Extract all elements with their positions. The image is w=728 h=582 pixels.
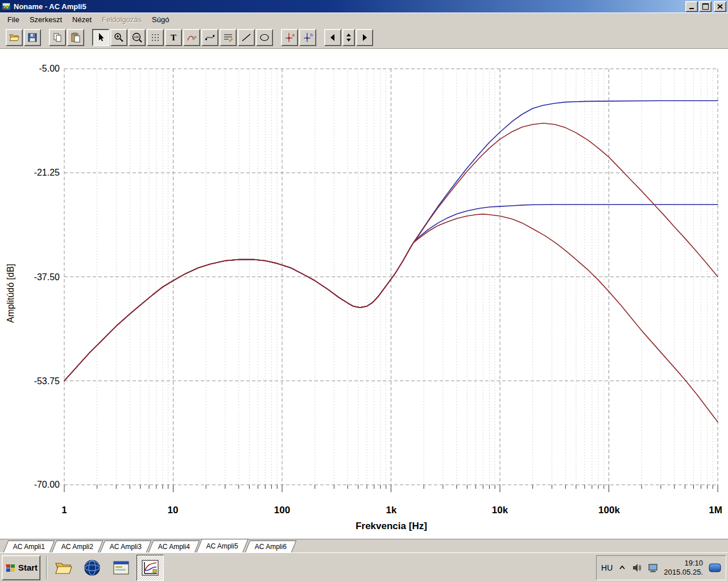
x-tick-label: 10 (168, 505, 179, 516)
x-tick-label: 1 (61, 505, 67, 516)
ellipse-tool-button[interactable] (256, 29, 273, 46)
zoom-100-button[interactable]: 100 (129, 29, 146, 46)
edit-curve-icon (204, 32, 216, 43)
display-icon[interactable] (648, 563, 658, 573)
page-prev-button[interactable] (324, 29, 341, 46)
quicklaunch-window-button[interactable] (107, 555, 135, 581)
draw-curve-button[interactable] (183, 29, 200, 46)
window-title: Noname - AC Ampli5 (14, 2, 684, 11)
page-spinner[interactable] (342, 29, 355, 46)
text-tool-button[interactable]: T (165, 29, 182, 46)
tab-ac-ampli3[interactable]: AC Ampli3 (100, 541, 152, 552)
chart-area: -5.00 -21.25 -37.50 -53.75 -70.00 1 10 1… (0, 49, 728, 539)
language-indicator[interactable]: HU (601, 563, 613, 572)
line-tool-button[interactable] (238, 29, 255, 46)
y-tick-label: -5.00 (5, 64, 60, 74)
app-icon[interactable] (2, 2, 11, 11)
maximize-button[interactable] (699, 1, 712, 12)
bode-plot (0, 49, 728, 539)
svg-text:b: b (311, 32, 313, 38)
zoom-in-button[interactable] (110, 29, 127, 46)
zoom-in-icon (113, 32, 125, 43)
tab-ac-ampli1[interactable]: AC Ampli1 (3, 541, 55, 552)
open-folder-icon (9, 32, 20, 43)
clock-date: 2015.05.25. (664, 568, 703, 577)
taskbar: Start HU (0, 552, 728, 582)
tina-diagram-icon (140, 558, 160, 577)
y-tick-label: -21.25 (5, 168, 60, 178)
zoom-100-icon: 100 (131, 32, 143, 43)
minimize-icon (689, 8, 694, 9)
start-button[interactable]: Start (2, 555, 40, 580)
pointer-icon (95, 32, 106, 43)
arrow-right-icon (359, 32, 370, 43)
windows-flag-icon (5, 562, 16, 573)
close-icon (717, 4, 723, 9)
edit-curve-button[interactable] (201, 29, 218, 46)
x-axis-title: Frekvencia [Hz] (355, 521, 427, 532)
tab-ac-ampli6[interactable]: AC Ampli6 (245, 541, 297, 552)
menu-sugo[interactable]: Súgó (147, 14, 174, 26)
menu-nezet[interactable]: Nézet (67, 14, 97, 26)
grid-toggle-button[interactable] (147, 29, 164, 46)
x-tick-label: 1k (386, 505, 397, 516)
x-tick-label: 10k (492, 505, 508, 516)
window-icon (111, 558, 131, 577)
spinner-arrows-icon (345, 32, 353, 43)
tab-ac-ampli2[interactable]: AC Ampli2 (52, 541, 104, 552)
draw-curve-icon (186, 32, 197, 43)
toolbar: 100 T (0, 26, 728, 49)
paste-button[interactable] (67, 29, 84, 46)
svg-text:T: T (171, 33, 176, 42)
annotation-lines-icon (222, 32, 234, 43)
cursor-a-icon: a (284, 32, 295, 43)
text-tool-icon: T (168, 32, 179, 43)
open-button[interactable] (6, 29, 23, 46)
copy-button[interactable] (49, 29, 66, 46)
speaker-icon[interactable] (632, 563, 642, 573)
menubar: File Szerkeszt Nézet Feldolgozás Súgó (0, 13, 728, 26)
y-tick-label: -70.00 (5, 480, 60, 490)
cursor-a-button[interactable]: a (281, 29, 298, 46)
system-tray: HU 19:10 2015.05.25. (596, 555, 726, 580)
copy-icon (52, 32, 63, 43)
page-next-button[interactable] (356, 29, 373, 46)
line-tool-icon (241, 32, 252, 43)
ellipse-tool-icon (259, 32, 270, 43)
page-tabbar: AC Ampli1 AC Ampli2 AC Ampli3 AC Ampli4 … (0, 539, 728, 552)
quicklaunch-folder-button[interactable] (49, 555, 77, 581)
start-label: Start (18, 563, 38, 572)
tab-ac-ampli4[interactable]: AC Ampli4 (148, 541, 200, 552)
save-floppy-icon (27, 32, 38, 43)
menu-feldolgozas: Feldolgozás (97, 14, 147, 26)
tab-ac-ampli5[interactable]: AC Ampli5 (196, 539, 249, 552)
tray-blue-icon[interactable] (709, 563, 721, 572)
close-button[interactable] (714, 1, 726, 12)
minimize-button[interactable] (685, 1, 698, 12)
folder-icon (53, 558, 73, 577)
clock-time: 19:10 (664, 559, 703, 568)
titlebar: Noname - AC Ampli5 (0, 0, 728, 13)
menu-szerkeszt[interactable]: Szerkeszt (24, 14, 67, 26)
cursor-b-icon: b (302, 32, 313, 43)
grid-icon (150, 32, 161, 43)
menu-file[interactable]: File (2, 14, 24, 26)
x-tick-label: 1M (709, 505, 722, 516)
quicklaunch-tina-button[interactable] (136, 555, 164, 581)
maximize-icon (702, 3, 709, 10)
x-tick-label: 100 (274, 505, 290, 516)
y-axis-title: Amplitúdó [dB] (6, 236, 17, 350)
pointer-tool-button[interactable] (92, 29, 109, 46)
clock[interactable]: 19:10 2015.05.25. (664, 559, 703, 577)
annotation-tool-button[interactable] (220, 29, 237, 46)
x-tick-label: 100k (598, 505, 620, 516)
arrow-left-icon (327, 32, 338, 43)
cursor-b-button[interactable]: b (299, 29, 316, 46)
paste-icon (70, 32, 81, 43)
y-tick-label: -53.75 (5, 376, 60, 386)
taskbar-divider (46, 556, 47, 579)
save-button[interactable] (24, 29, 41, 46)
quicklaunch-browser-button[interactable] (78, 555, 106, 581)
svg-text:100: 100 (134, 35, 139, 39)
hidden-icons-chevron[interactable] (618, 564, 626, 572)
